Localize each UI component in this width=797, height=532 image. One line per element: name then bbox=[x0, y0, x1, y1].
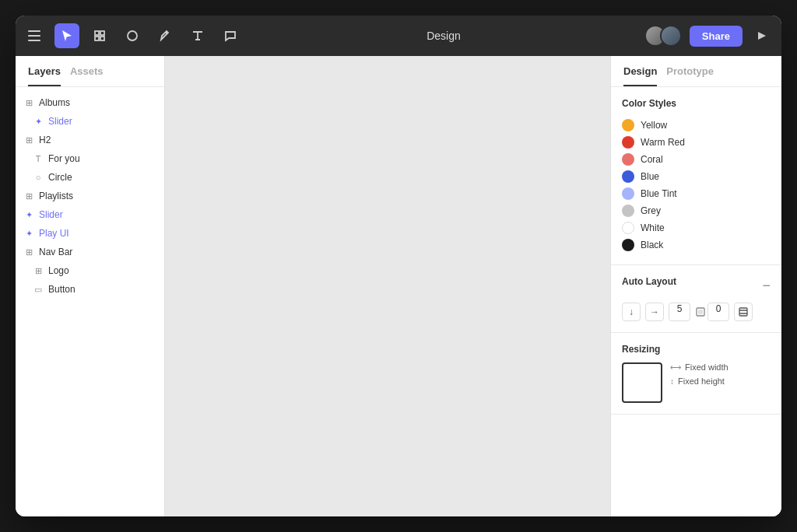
tab-layers[interactable]: Layers bbox=[28, 65, 61, 86]
page-title: Design bbox=[427, 30, 461, 42]
svg-point-5 bbox=[166, 32, 168, 34]
color-styles-section: Color Styles Yellow Warm Red Coral Blue bbox=[611, 87, 781, 265]
auto-layout-remove-button[interactable]: − bbox=[762, 278, 771, 292]
color-white[interactable]: White bbox=[622, 219, 771, 236]
svg-rect-2 bbox=[95, 37, 99, 40]
circle-icon: ○ bbox=[33, 172, 44, 183]
al-clip-button[interactable] bbox=[734, 303, 753, 321]
play-button[interactable] bbox=[750, 25, 772, 47]
cross-icon-3: ✦ bbox=[23, 228, 34, 239]
coral-label: Coral bbox=[641, 154, 663, 165]
color-grey[interactable]: Grey bbox=[622, 202, 771, 219]
layer-h2[interactable]: ⊞ H2 bbox=[16, 131, 164, 149]
yellow-label: Yellow bbox=[641, 120, 667, 131]
cursor-tool[interactable] bbox=[54, 23, 79, 48]
tab-design[interactable]: Design bbox=[623, 65, 657, 86]
tab-assets[interactable]: Assets bbox=[70, 65, 104, 86]
fixed-height-label: Fixed height bbox=[678, 376, 725, 386]
hamburger-button[interactable] bbox=[25, 25, 47, 47]
al-gap-input[interactable]: 5 bbox=[669, 303, 690, 321]
blue-swatch bbox=[622, 170, 634, 183]
grid-icon-3: ⊞ bbox=[23, 191, 34, 201]
blue-tint-label: Blue Tint bbox=[641, 188, 677, 199]
auto-layout-section: Auto Layout − ↓ → 5 0 bbox=[611, 265, 781, 333]
canvas[interactable] bbox=[165, 56, 610, 516]
grey-label: Grey bbox=[641, 205, 661, 216]
cross-icon-2: ✦ bbox=[23, 209, 34, 220]
rect-icon: ▭ bbox=[33, 284, 44, 295]
grid-icon-5: ⊞ bbox=[33, 265, 44, 276]
pen-tool[interactable] bbox=[153, 23, 177, 48]
layer-slider-2[interactable]: ✦ Slider bbox=[16, 205, 164, 224]
resizing-title: Resizing bbox=[622, 344, 771, 355]
right-tabs: Design Prototype bbox=[611, 56, 781, 87]
al-padding-group: 0 bbox=[695, 303, 729, 321]
al-padding-input[interactable]: 0 bbox=[707, 303, 729, 321]
fixed-width-option[interactable]: ⟷ Fixed width bbox=[670, 362, 771, 372]
avatar-2 bbox=[660, 25, 682, 47]
fixed-height-option[interactable]: ↕ Fixed height bbox=[670, 376, 771, 386]
white-label: White bbox=[641, 222, 665, 233]
black-swatch bbox=[622, 239, 634, 251]
svg-point-4 bbox=[128, 31, 137, 40]
share-button[interactable]: Share bbox=[690, 26, 743, 47]
layer-circle[interactable]: ○ Circle bbox=[16, 168, 164, 187]
layer-albums[interactable]: ⊞ Albums bbox=[16, 93, 164, 112]
app-window: Design Share Layers Assets ⊞ bbox=[16, 16, 781, 516]
svg-rect-3 bbox=[100, 37, 104, 40]
svg-rect-7 bbox=[698, 310, 703, 314]
layer-slider-1[interactable]: ✦ Slider bbox=[16, 112, 164, 131]
black-label: Black bbox=[641, 240, 663, 250]
warm-red-swatch bbox=[622, 136, 634, 149]
cross-icon: ✦ bbox=[33, 116, 44, 127]
auto-layout-title: Auto Layout bbox=[622, 276, 676, 287]
warm-red-label: Warm Red bbox=[641, 137, 685, 148]
svg-rect-1 bbox=[100, 31, 104, 35]
resizing-area: ⟷ Fixed width ↕ Fixed height bbox=[622, 362, 771, 403]
avatar-group bbox=[644, 25, 682, 47]
padding-icon bbox=[695, 306, 706, 317]
main-area: Layers Assets ⊞ Albums ✦ Slider ⊞ H2 bbox=[16, 56, 781, 516]
topbar-center: Design bbox=[249, 30, 638, 42]
color-warm-red[interactable]: Warm Red bbox=[622, 134, 771, 151]
panel-tabs: Layers Assets bbox=[16, 56, 164, 87]
layer-logo[interactable]: ⊞ Logo bbox=[16, 261, 164, 280]
blue-label: Blue bbox=[641, 171, 659, 182]
comment-tool[interactable] bbox=[218, 23, 243, 48]
layer-play-ui[interactable]: ✦ Play UI bbox=[16, 224, 164, 243]
grid-icon-2: ⊞ bbox=[23, 135, 34, 145]
svg-rect-8 bbox=[739, 308, 747, 316]
layer-playlists[interactable]: ⊞ Playlists bbox=[16, 187, 164, 205]
frame-tool[interactable] bbox=[87, 23, 112, 48]
topbar-right: Share bbox=[644, 25, 772, 47]
blue-tint-swatch bbox=[622, 187, 634, 200]
coral-swatch bbox=[622, 153, 634, 166]
yellow-swatch bbox=[622, 119, 634, 131]
fixed-height-icon: ↕ bbox=[670, 377, 674, 386]
resize-preview-box bbox=[622, 362, 662, 403]
tab-prototype[interactable]: Prototype bbox=[666, 65, 714, 86]
svg-rect-0 bbox=[95, 31, 99, 35]
grid-icon: ⊞ bbox=[23, 97, 34, 108]
circle-tool[interactable] bbox=[120, 23, 145, 48]
al-down-button[interactable]: ↓ bbox=[622, 303, 641, 321]
color-black[interactable]: Black bbox=[622, 236, 771, 254]
white-swatch bbox=[622, 222, 634, 234]
layer-button[interactable]: ▭ Button bbox=[16, 280, 164, 299]
color-coral[interactable]: Coral bbox=[622, 151, 771, 168]
color-blue-tint[interactable]: Blue Tint bbox=[622, 185, 771, 202]
text-icon: T bbox=[33, 153, 44, 164]
right-panel: Design Prototype Color Styles Yellow War… bbox=[610, 56, 781, 516]
al-right-button[interactable]: → bbox=[645, 303, 664, 321]
resize-options: ⟷ Fixed width ↕ Fixed height bbox=[670, 362, 771, 386]
color-styles-title: Color Styles bbox=[622, 98, 771, 109]
auto-layout-controls: ↓ → 5 0 bbox=[622, 303, 771, 321]
text-tool[interactable] bbox=[185, 23, 210, 48]
layer-nav-bar[interactable]: ⊞ Nav Bar bbox=[16, 243, 164, 261]
topbar-left bbox=[25, 23, 243, 48]
layer-for-you[interactable]: T For you bbox=[16, 149, 164, 168]
color-yellow[interactable]: Yellow bbox=[622, 117, 771, 134]
topbar: Design Share bbox=[16, 16, 781, 56]
grey-swatch bbox=[622, 205, 634, 217]
color-blue[interactable]: Blue bbox=[622, 168, 771, 185]
